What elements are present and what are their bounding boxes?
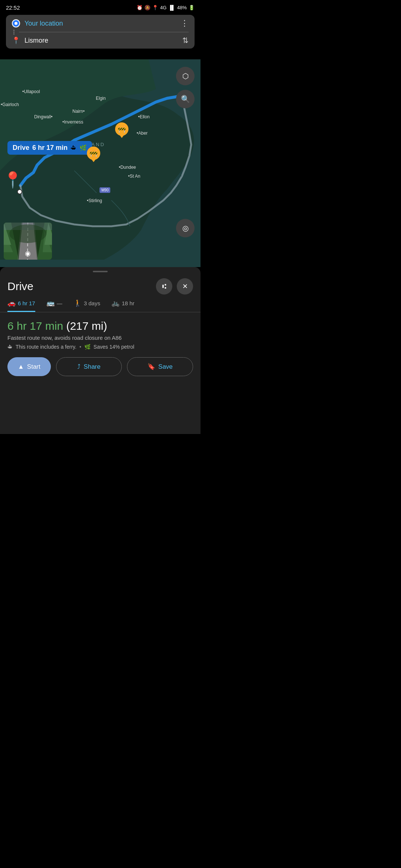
walk-icon: 🚶 <box>74 299 82 307</box>
close-icon: ✕ <box>182 282 188 290</box>
roadwork-marker-1: 🚧 <box>115 122 128 136</box>
eco-badge-icon: 🌿 <box>79 144 87 151</box>
tab-drive-label: 6 hr 17 <box>18 300 35 306</box>
status-time: 22:52 <box>6 4 20 11</box>
network-4g-icon: 4G <box>160 5 166 10</box>
drive-title: Drive <box>7 280 33 293</box>
tab-cycle[interactable]: 🚲 18 hr <box>111 299 134 312</box>
map-label-gairloch: •Gairloch <box>1 102 19 107</box>
status-indicators: ⏰ 🔕 📍 4G ▐▌ 48% 🔋 <box>137 5 195 10</box>
svg-point-3 <box>9 224 46 243</box>
close-button[interactable]: ✕ <box>177 278 193 295</box>
save-button[interactable]: 🔖 Save <box>127 357 193 376</box>
map-label-ellon: •Ellon <box>138 114 150 119</box>
mute-icon: 🔕 <box>144 5 150 10</box>
map-label-ullapool: •Ullapool <box>22 89 40 94</box>
duration-time-text: 6 hr 17 min <box>32 144 68 152</box>
share-button[interactable]: ⤴ Share <box>56 357 122 376</box>
tab-cycle-label: 18 hr <box>122 300 134 306</box>
location-dot-icon <box>12 19 20 27</box>
map-label-aber: •Aber <box>137 131 148 136</box>
share-label: Share <box>84 363 100 371</box>
duration-text: Drive <box>13 144 29 152</box>
battery-text: 48% <box>177 5 187 10</box>
swap-button[interactable]: ⇅ <box>182 36 189 45</box>
ferry-badge-icon: ⛴ <box>71 145 76 151</box>
map-label-inverness: •Inverness <box>62 119 83 125</box>
start-nav-icon: ▲ <box>18 363 24 371</box>
route-time: 6 hr 17 min (217 mi) <box>7 320 193 332</box>
tab-walk-label: 3 days <box>84 300 100 306</box>
status-bar: 22:52 ⏰ 🔕 📍 4G ▐▌ 48% 🔋 <box>0 0 200 15</box>
tab-drive[interactable]: 🚗 6 hr 17 <box>7 299 35 312</box>
tune-icon: ⑆ <box>162 283 166 290</box>
roadwork-marker-2: 🚧 <box>87 147 100 160</box>
route-time-green: 6 hr 17 min <box>7 320 63 332</box>
eco-feature-text: Saves 14% petrol <box>94 344 134 350</box>
action-buttons: ▲ Start ⤴ Share 🔖 Save <box>0 350 200 376</box>
map-label-stirling: •Stirling <box>87 198 102 203</box>
save-label: Save <box>158 363 173 371</box>
map-label-standrews: •St An <box>128 174 140 179</box>
destination-pin: 📍 <box>3 171 22 189</box>
ferry-feature-icon: ⛴ <box>7 344 13 350</box>
tab-transit[interactable]: 🚌 — <box>46 299 62 312</box>
my-location-icon: ◎ <box>182 224 189 233</box>
street-view-eye-icon: ◉ <box>25 249 31 257</box>
tab-walk[interactable]: 🚶 3 days <box>74 299 100 312</box>
layers-icon: ⬡ <box>182 72 189 80</box>
share-icon: ⤴ <box>77 363 81 371</box>
drive-header: Drive ⑆ ✕ <box>0 272 200 295</box>
bus-icon: 🚌 <box>46 299 55 307</box>
eco-feature-icon: 🌿 <box>84 344 91 350</box>
start-button[interactable]: ▲ Start <box>7 357 51 376</box>
route-description: Fastest route now, avoids road closure o… <box>7 335 193 341</box>
car-icon: 🚗 <box>7 299 16 307</box>
search-icon: 🔍 <box>181 95 190 103</box>
origin-row: Your location ⋮ <box>12 19 189 28</box>
route-divider <box>19 32 189 32</box>
route-info: 6 hr 17 min (217 mi) Fastest route now, … <box>0 312 200 350</box>
alarm-icon: ⏰ <box>137 5 143 10</box>
start-circle <box>17 189 22 194</box>
tab-transit-label: — <box>57 300 62 306</box>
search-bar: Your location ⋮ 📍 Lismore ⇅ <box>6 15 195 49</box>
map-search-button[interactable]: 🔍 <box>176 90 195 108</box>
origin-text[interactable]: Your location <box>25 20 176 27</box>
bookmark-icon: 🔖 <box>147 363 155 371</box>
battery-icon: 🔋 <box>189 5 195 10</box>
destination-text[interactable]: Lismore <box>25 37 178 45</box>
layers-button[interactable]: ⬡ <box>176 67 195 85</box>
more-options-button[interactable]: ⋮ <box>180 19 189 28</box>
map-label-elgin: Elgin <box>96 96 106 101</box>
filter-button[interactable]: ⑆ <box>156 278 172 295</box>
feature-separator: • <box>79 344 81 350</box>
map-label-nairn: Nairn• <box>72 109 85 114</box>
my-location-button[interactable]: ◎ <box>176 219 195 237</box>
divider-row <box>12 30 189 34</box>
street-view-thumbnail[interactable]: ◉ <box>4 223 52 260</box>
drive-header-controls: ⑆ ✕ <box>156 278 193 295</box>
start-label: Start <box>27 363 40 371</box>
signal-icon: ▐▌ <box>169 5 175 10</box>
location-icon: 📍 <box>152 5 158 10</box>
route-features: ⛴ This route includes a ferry. • 🌿 Saves… <box>7 344 193 350</box>
ferry-feature-text: This route includes a ferry. <box>16 344 76 350</box>
transport-tabs: 🚗 6 hr 17 🚌 — 🚶 3 days 🚲 18 hr <box>0 295 200 312</box>
route-distance: (217 mi) <box>66 320 107 332</box>
destination-row: 📍 Lismore ⇅ <box>12 36 189 45</box>
connector-dots <box>12 30 14 34</box>
bottom-panel: Drive ⑆ ✕ 🚗 6 hr 17 🚌 — 🚶 3 days 🚲 18 hr <box>0 267 200 434</box>
road-badge-m90: M90 <box>100 187 110 193</box>
map-area: •Ullapool •Gairloch Dingwall• Nairn• •In… <box>0 59 200 267</box>
duration-badge: Drive 6 hr 17 min ⛴ 🌿 <box>7 141 92 155</box>
pin-icon: 📍 <box>12 36 20 45</box>
map-label-dingwall: Dingwall• <box>34 114 53 119</box>
cycle-icon: 🚲 <box>111 299 120 307</box>
map-label-dundee: •Dundee <box>119 165 136 170</box>
